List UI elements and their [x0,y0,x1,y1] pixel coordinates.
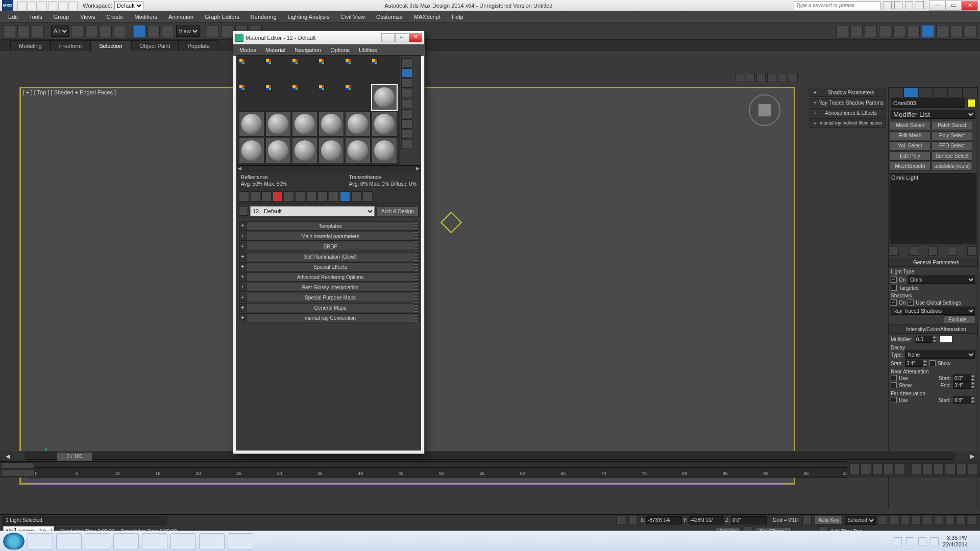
me-rollout-self-illumination-glow-[interactable]: +Self Illumination (Glow) [239,252,419,261]
vp-shade-icon[interactable] [746,73,755,82]
play-end-icon[interactable] [923,516,932,525]
tray-flag-icon[interactable] [906,537,914,545]
mod-edit-poly[interactable]: Edit Poly [890,152,930,161]
decay-type-dropdown[interactable]: None [905,350,975,359]
menu-graph-editors[interactable]: Graph Editors [200,13,244,21]
expand-icon[interactable]: + [239,304,247,312]
render-frame-icon[interactable] [936,25,948,37]
mod-surface-select[interactable]: Surface Select [932,152,972,161]
mod-subdivide[interactable]: Subdivide (WSM) [932,162,972,171]
mod-poly-select[interactable]: Poly Select [932,131,972,140]
mat-slot-19[interactable] [239,138,264,163]
mat-map-nav-icon[interactable] [401,140,412,149]
vp-nav4-icon[interactable] [968,516,977,525]
autokey-button[interactable]: Auto Key [815,516,843,524]
menu-help[interactable]: Help [447,13,469,21]
render-icon[interactable] [950,25,963,37]
select-region-icon[interactable] [100,25,112,37]
key-selection-dropdown[interactable]: Selected [845,516,876,525]
tab-create-icon[interactable] [889,87,903,97]
exclude-button[interactable]: Exclude... [944,315,975,324]
mat-slot-22[interactable] [318,138,344,163]
mat-slot-10[interactable] [318,85,325,91]
mat-slot-12[interactable] [372,85,397,110]
play-play-icon[interactable] [900,516,910,525]
mat-id-icon[interactable] [317,191,328,202]
show-map-icon[interactable] [329,191,339,202]
mat-slot-18[interactable] [372,111,397,137]
select-icon[interactable] [71,25,83,37]
sample-type-icon[interactable] [401,58,412,67]
menu-civil-view[interactable]: Civil View [336,13,370,21]
me-rollout-special-effects[interactable]: +Special Effects [239,262,419,271]
mod-ffd-select[interactable]: FFD Select [932,141,972,151]
mod-meshsmooth[interactable]: MeshSmooth [890,162,930,171]
menu-views[interactable]: Views [75,13,100,21]
play-next-icon[interactable] [912,516,921,525]
schematic-icon[interactable] [893,25,905,37]
rollout-intensity[interactable]: -Intensity/Color/Attenuation [889,324,977,334]
play-start-icon[interactable] [878,516,887,525]
viewcube-cube[interactable] [758,104,771,117]
close-button[interactable]: ✕ [962,1,978,11]
me-minimize-button[interactable]: — [381,33,395,42]
object-color-swatch[interactable] [967,99,975,107]
near-show-checkbox[interactable] [891,382,897,388]
me-menu-options[interactable]: Options [326,46,354,54]
tab-freeform[interactable]: Freeform [51,40,91,51]
me-close-button[interactable]: ✕ [409,33,422,42]
mat-slot-20[interactable] [265,138,291,163]
qat-undo-icon[interactable] [48,1,57,10]
align-icon[interactable] [850,25,863,37]
taskbar-calc-icon[interactable] [85,533,110,549]
mod-vol-select[interactable]: Vol. Select [890,141,930,151]
rollout-raytraced-shadow[interactable]: +Ray Traced Shadow Params [810,98,886,107]
mat-slot-3[interactable] [292,58,298,64]
tray-hidden-icon[interactable] [894,537,902,545]
me-menu-navigation[interactable]: Navigation [290,46,325,54]
menu-lighting-analysis[interactable]: Lighting Analysis [283,13,335,21]
rollout-mentalray-indirect[interactable]: +mental ray Indirect Illumination [810,118,886,128]
mat-slot-17[interactable] [345,111,371,137]
decay-show-checkbox[interactable] [929,360,936,366]
mat-slot-11[interactable] [345,85,351,91]
ref-coord-dropdown[interactable]: View [176,26,200,37]
vp-nav2-icon[interactable] [945,516,954,525]
time-slider-handle[interactable]: 0 / 100 [57,452,92,461]
expand-icon[interactable]: + [239,314,247,322]
backlight-icon[interactable] [401,68,412,78]
viewport-label[interactable]: [ + ] [ Top ] [ Shaded + Edged Faces ] [23,89,116,95]
nav-pan-icon[interactable] [911,464,921,475]
expand-icon[interactable]: + [239,283,247,291]
coord-x-input[interactable] [646,516,682,524]
menu-create[interactable]: Create [101,13,128,21]
mini-curve-icon[interactable] [1,462,35,469]
snap-toggle-icon[interactable] [207,25,219,37]
use-global-checkbox[interactable] [908,299,914,306]
targeted-checkbox[interactable] [891,285,897,291]
menu-animation[interactable]: Animation [163,13,199,21]
material-type-button[interactable]: Arch & Design [377,206,419,216]
remove-mod-icon[interactable] [948,246,957,256]
scale-icon[interactable] [162,25,174,37]
link-icon[interactable] [32,25,44,37]
app-icon[interactable]: MXD [2,0,13,11]
selection-filter-dropdown[interactable]: All [51,26,69,37]
show-desktop-button[interactable] [972,533,977,549]
mat-slot-15[interactable] [292,111,317,137]
me-rollout-special-purpose-maps[interactable]: +Special Purpose Maps [239,293,419,302]
go-sibling-icon[interactable] [362,191,373,202]
subscription-icon[interactable] [884,1,892,9]
get-material-icon[interactable] [239,191,249,202]
menu-modifiers[interactable]: Modifiers [129,13,162,21]
isolate-icon[interactable] [628,516,638,525]
tray-network-icon[interactable] [918,537,926,545]
goto-start-icon[interactable] [849,464,860,475]
move-icon[interactable] [133,25,145,37]
shadow-type-dropdown[interactable]: Ray Traced Shadows [891,307,975,315]
me-rollout-main-material-parameters[interactable]: +Main material parameters [239,232,419,241]
options-icon[interactable] [401,119,412,129]
vp-nav3-icon[interactable] [957,516,966,525]
rotate-icon[interactable] [148,25,160,37]
near-start-spinner[interactable]: ▲▼ [953,374,975,382]
